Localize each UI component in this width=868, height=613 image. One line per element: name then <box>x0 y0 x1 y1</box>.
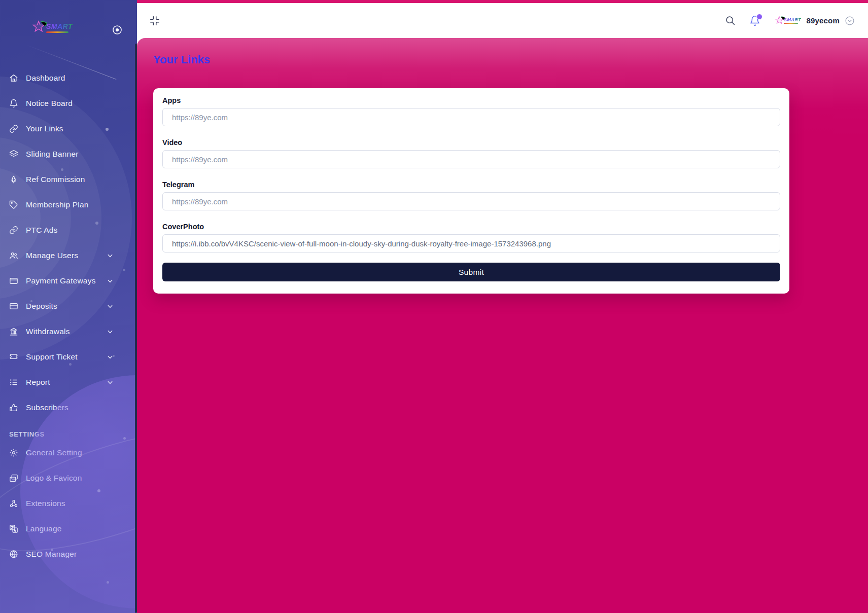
decor-dot <box>95 222 98 225</box>
apps-input[interactable] <box>162 108 780 126</box>
decor-dot <box>123 269 125 271</box>
brand-logo-text: SMART <box>784 17 801 22</box>
chevron-down-icon <box>106 379 115 386</box>
telegram-input[interactable] <box>162 192 780 210</box>
brand-logo-underline <box>784 23 798 24</box>
search-button[interactable] <box>725 15 736 26</box>
page-title: Your Links <box>153 53 789 66</box>
sidebar-item-label: Report <box>26 378 50 387</box>
notification-badge <box>756 14 762 20</box>
sidebar-logo-row: SMART <box>0 0 137 49</box>
chevron-down-icon <box>106 303 115 310</box>
video-input[interactable] <box>162 150 780 168</box>
notifications-button[interactable] <box>749 15 760 26</box>
decor-dot <box>30 300 32 302</box>
sidebar-item-label: Support Ticket <box>26 352 78 362</box>
submit-button[interactable]: Submit <box>162 263 780 281</box>
main-area: SMART 89yecom Your Links Apps Video Tele… <box>137 0 868 613</box>
decor-dot <box>107 581 109 584</box>
topbar: SMART 89yecom <box>137 3 868 38</box>
topbar-right: SMART 89yecom <box>725 15 855 27</box>
brand-logo-text: SMART <box>46 22 73 30</box>
coverphoto-input[interactable] <box>162 234 780 253</box>
chevron-down-icon <box>106 354 115 360</box>
user-menu[interactable]: SMART 89yecom <box>774 15 855 27</box>
images-icon <box>9 474 18 483</box>
coverphoto-field-label: CoverPhoto <box>162 223 780 231</box>
compress-icon <box>149 15 160 26</box>
content-area: Your Links Apps Video Telegram CoverPhot… <box>137 38 868 613</box>
search-icon <box>725 15 736 26</box>
sidebar-toggle-button[interactable] <box>112 24 123 35</box>
your-links-form-card: Apps Video Telegram CoverPhoto Submit <box>153 88 789 294</box>
brand-logo[interactable]: SMART <box>31 19 73 36</box>
content-inner: Your Links Apps Video Telegram CoverPhot… <box>137 38 868 294</box>
decor-dot <box>97 489 100 492</box>
gear-icon <box>9 448 18 457</box>
video-field-label: Video <box>162 138 780 147</box>
thumbs-up-icon <box>9 403 18 412</box>
sidebar: SMART Dashboard Notice Board Your Links … <box>0 0 137 613</box>
chevron-down-icon <box>106 329 115 335</box>
apps-field-label: Apps <box>162 96 780 104</box>
telegram-field-label: Telegram <box>162 181 780 189</box>
decor-dot <box>106 128 109 131</box>
brand-logo: SMART <box>774 15 801 27</box>
collapse-sidebar-button[interactable] <box>149 15 160 26</box>
chevron-down-icon <box>106 278 115 284</box>
username-label: 89yecom <box>806 16 840 25</box>
decor-dot <box>61 168 63 171</box>
sidebar-item-label: Dashboard <box>26 74 65 83</box>
chevron-down-icon <box>106 253 115 259</box>
record-circle-icon <box>112 24 123 35</box>
brand-logo-underline <box>46 31 68 33</box>
list-icon <box>9 378 18 387</box>
chevron-down-circle-icon[interactable] <box>845 16 855 26</box>
decor-dot <box>69 363 72 366</box>
decor-dot <box>123 437 126 440</box>
decor-dot <box>51 549 53 551</box>
